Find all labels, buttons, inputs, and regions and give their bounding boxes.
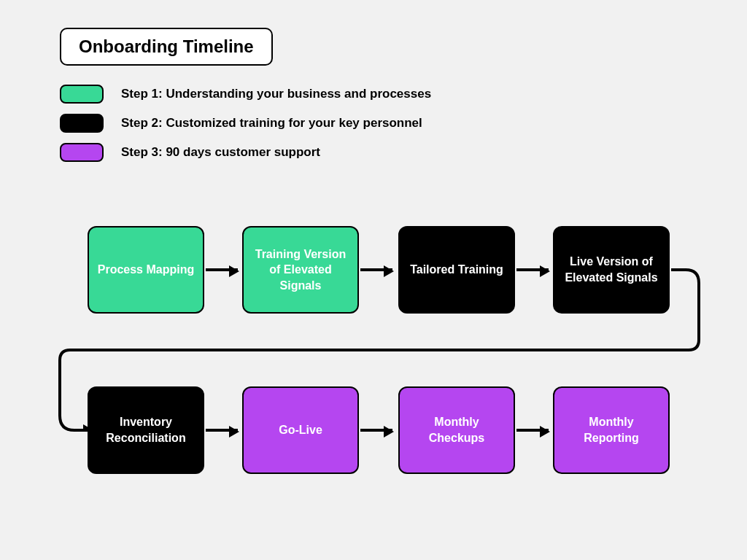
- swatch-purple: [60, 143, 104, 162]
- flow-box-inventory-reconciliation: Inventory Reconciliation: [88, 386, 204, 474]
- legend-item-step3: Step 3: 90 days customer support: [60, 143, 431, 162]
- legend-label-step1: Step 1: Understanding your business and …: [121, 87, 431, 101]
- legend-label-step3: Step 3: 90 days customer support: [121, 145, 320, 160]
- flow-box-training-version: Training Version of Elevated Signals: [242, 226, 359, 314]
- swatch-green: [60, 85, 104, 104]
- flow-box-monthly-reporting: Monthly Reporting: [553, 386, 670, 474]
- arrow-icon: [360, 268, 392, 271]
- swatch-black: [60, 114, 104, 133]
- flow-box-process-mapping: Process Mapping: [88, 226, 204, 314]
- arrow-icon: [206, 268, 238, 271]
- flow-box-monthly-checkups: Monthly Checkups: [398, 386, 515, 474]
- arrow-icon: [360, 429, 392, 432]
- legend-item-step1: Step 1: Understanding your business and …: [60, 85, 431, 104]
- flow-box-live-version: Live Version of Elevated Signals: [553, 226, 670, 314]
- arrow-icon: [516, 429, 549, 432]
- flow-box-go-live: Go-Live: [242, 386, 359, 474]
- arrow-icon: [206, 429, 238, 432]
- legend-item-step2: Step 2: Customized training for your key…: [60, 114, 431, 133]
- flow-box-tailored-training: Tailored Training: [398, 226, 515, 314]
- arrow-icon: [516, 268, 549, 271]
- legend: Step 1: Understanding your business and …: [60, 85, 431, 172]
- legend-label-step2: Step 2: Customized training for your key…: [121, 116, 422, 131]
- page-title: Onboarding Timeline: [60, 28, 273, 66]
